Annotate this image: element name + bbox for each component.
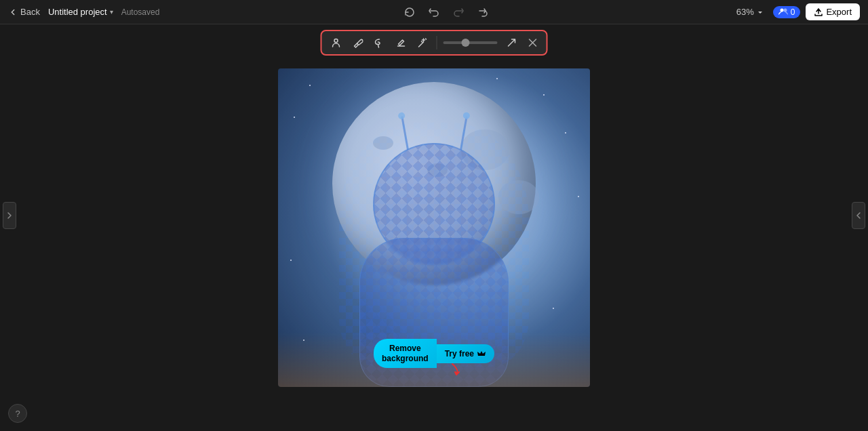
crown-icon	[477, 349, 486, 358]
pen-tool-icon	[353, 37, 363, 48]
magic-wand-tool-button[interactable]	[413, 34, 433, 52]
zoom-chevron-icon	[757, 9, 764, 16]
help-button[interactable]: ?	[8, 404, 27, 423]
svg-point-2	[334, 39, 338, 43]
notification-count: 0	[791, 7, 795, 17]
back-label: Back	[20, 7, 40, 17]
try-free-label: Try free	[445, 349, 474, 358]
back-button[interactable]: Back	[8, 7, 40, 17]
bottom-tooltip: Removebackground Try free	[374, 339, 494, 368]
svg-point-1	[783, 8, 787, 12]
chevron-right-icon	[6, 210, 13, 221]
topbar-center-actions	[165, 4, 726, 20]
project-title: Untitled project	[48, 7, 107, 17]
image-container[interactable]: Removebackground Try free	[278, 68, 590, 387]
toolbar-close-button[interactable]	[524, 35, 542, 51]
export-label: Export	[826, 7, 852, 17]
eraser-tool-icon	[396, 37, 407, 48]
redo-icon	[453, 7, 464, 18]
arrow-indicator	[450, 363, 462, 380]
close-icon	[528, 38, 538, 47]
eraser-tool-button[interactable]	[391, 34, 412, 52]
undo-icon	[429, 7, 439, 18]
zoom-button[interactable]: 63%	[732, 4, 768, 20]
slider-area	[441, 41, 500, 44]
try-free-button[interactable]: Try free	[437, 344, 494, 363]
red-arrow-icon	[450, 363, 462, 377]
svg-point-0	[780, 8, 783, 12]
notification-badge[interactable]: 0	[773, 6, 801, 18]
magic-wand-icon	[418, 37, 429, 48]
remove-background-button[interactable]: Removebackground	[374, 339, 437, 368]
topbar: Back Untitled project ▾ Autosaved	[0, 0, 868, 24]
chevron-down-icon[interactable]: ▾	[110, 8, 113, 16]
canvas-area: Removebackground Try free	[0, 24, 868, 431]
floating-toolbar	[321, 30, 548, 56]
zoom-label: 63%	[736, 7, 754, 17]
left-panel-toggle[interactable]	[3, 202, 16, 229]
reset-icon	[404, 7, 415, 18]
redo-button[interactable]	[450, 4, 467, 20]
brush-size-slider[interactable]	[443, 41, 498, 44]
brush-direction-icon	[507, 37, 517, 48]
undo-button[interactable]	[426, 4, 442, 20]
transparency-overlay	[339, 123, 529, 367]
toolbar-divider	[437, 36, 437, 49]
title-area: Untitled project ▾	[48, 7, 113, 17]
export-button[interactable]: Export	[806, 3, 860, 20]
lasso-tool-icon	[374, 37, 385, 48]
pen-tool-button[interactable]	[348, 34, 368, 52]
select-tool-icon	[331, 37, 342, 48]
remove-bg-label: Removebackground	[382, 344, 429, 363]
select-tool-button[interactable]	[326, 34, 347, 52]
topbar-right: 63% 0 Export	[732, 3, 860, 20]
help-label: ?	[15, 409, 20, 419]
brush-direction-button[interactable]	[502, 34, 522, 52]
export-icon	[814, 7, 823, 17]
chevron-left-icon	[855, 210, 862, 221]
redo2-button[interactable]	[475, 4, 491, 20]
reset-button[interactable]	[401, 4, 418, 20]
users-icon	[778, 7, 788, 17]
right-panel-toggle[interactable]	[852, 202, 865, 229]
back-arrow-icon	[8, 7, 18, 17]
autosaved-label: Autosaved	[121, 7, 160, 17]
lasso-tool-button[interactable]	[370, 34, 390, 52]
redo2-icon	[477, 7, 488, 18]
